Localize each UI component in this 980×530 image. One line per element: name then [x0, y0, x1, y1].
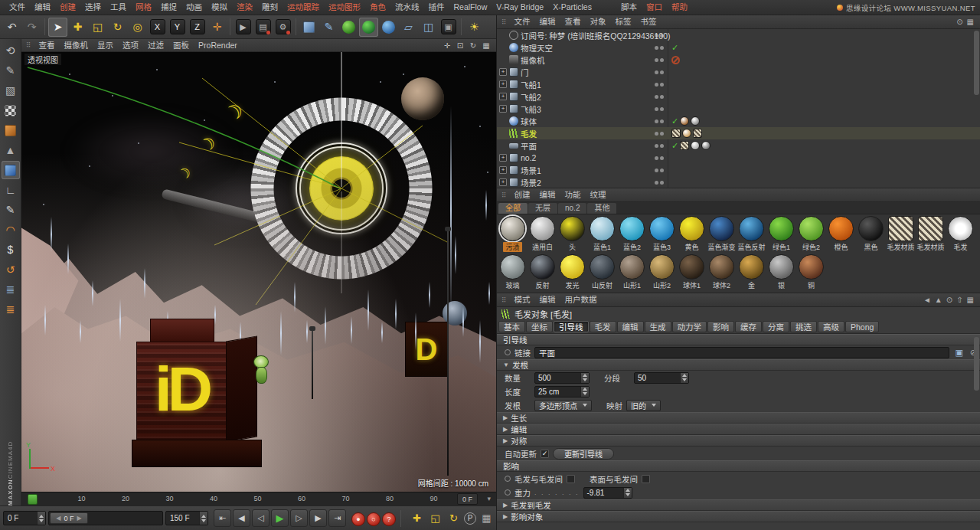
- am-tab-引导线[interactable]: 引导线: [554, 321, 589, 332]
- gravity-spinner-icon[interactable]: [623, 488, 632, 498]
- menu-雕刻[interactable]: 雕刻: [257, 0, 283, 15]
- expand-toggle-icon[interactable]: +: [499, 154, 507, 162]
- mm-tab-no.2[interactable]: no.2: [558, 203, 586, 214]
- ammenu-模式[interactable]: 模式: [510, 293, 535, 306]
- enabled-check-icon[interactable]: ✓: [671, 43, 678, 53]
- group-roots[interactable]: ▼发根: [497, 359, 980, 371]
- render-settings-icon[interactable]: ⚙: [273, 18, 292, 37]
- group-forces-objects[interactable]: ▶影响对象: [497, 511, 980, 522]
- am-tab-坐标[interactable]: 坐标: [526, 321, 553, 332]
- material-item[interactable]: 球体2: [707, 254, 737, 293]
- material-item[interactable]: 绿色2: [796, 216, 826, 254]
- spline-pen-icon[interactable]: ✎: [2, 201, 20, 219]
- timeline-ruler[interactable]: 0 F ▾ 0102030405060708090: [21, 492, 496, 505]
- object-row[interactable]: +飞船3: [497, 103, 980, 115]
- material-tag[interactable]: [682, 129, 691, 138]
- vpmenu-摄像机[interactable]: 摄像机: [60, 39, 93, 51]
- floor-icon[interactable]: ▱: [399, 18, 418, 37]
- menu-窗口[interactable]: 窗口: [642, 0, 667, 15]
- layer-orange-icon[interactable]: ≣: [2, 300, 20, 319]
- ruler-options-icon[interactable]: ▾: [487, 495, 491, 502]
- add-sphere-icon[interactable]: [379, 18, 398, 37]
- auto-update-checkbox[interactable]: [541, 450, 549, 458]
- segments-spinner-icon[interactable]: [680, 373, 688, 383]
- slider-left-arrow-icon[interactable]: ◀: [56, 515, 60, 522]
- material-item[interactable]: 发光: [557, 254, 587, 293]
- prev-frame-button[interactable]: ◁: [252, 509, 270, 527]
- scale-icon[interactable]: ◱: [88, 18, 107, 37]
- am-tab-编辑[interactable]: 编辑: [617, 321, 644, 332]
- ommenu-书签[interactable]: 书签: [636, 15, 662, 28]
- material-item[interactable]: 通用白: [528, 216, 557, 254]
- current-frame-field[interactable]: 0 F: [3, 511, 46, 525]
- menu-动画[interactable]: 动画: [181, 0, 207, 15]
- material-item[interactable]: 绿色1: [766, 216, 796, 254]
- expand-toggle-icon[interactable]: +: [499, 80, 507, 88]
- pen-icon[interactable]: ✎: [319, 18, 338, 37]
- layer-blue-icon[interactable]: ≣: [2, 280, 20, 299]
- material-item[interactable]: 山反射: [587, 254, 617, 293]
- group-edit[interactable]: ▶编辑: [497, 424, 980, 435]
- expand-toggle-icon[interactable]: +: [499, 166, 507, 174]
- menu-角色[interactable]: 角色: [365, 0, 390, 15]
- am-header-icon-2[interactable]: ⊙: [946, 296, 952, 304]
- add-cube-icon[interactable]: [299, 18, 318, 37]
- viewport-nav-icon-3[interactable]: ▦: [481, 41, 492, 50]
- record-keyframe-button[interactable]: ●: [351, 512, 365, 526]
- visibility-dots[interactable]: [655, 181, 664, 185]
- record-autokey-button[interactable]: ○: [367, 512, 381, 526]
- am-header-icon-1[interactable]: ▲: [935, 296, 942, 304]
- visibility-dots[interactable]: [655, 70, 664, 74]
- group-hair-to-hair[interactable]: ▶毛发到毛发: [497, 499, 980, 511]
- anim-dot-icon[interactable]: [505, 489, 511, 496]
- vpmenu-面板[interactable]: 面板: [168, 39, 194, 51]
- gravity-field[interactable]: -9.81: [583, 487, 632, 499]
- anim-dot-icon[interactable]: [505, 349, 511, 355]
- redo-icon[interactable]: ↷: [22, 18, 41, 37]
- material-item[interactable]: 球体1: [677, 254, 707, 293]
- object-row[interactable]: 订阅号: 种梦 (培训班报名QQ2129436100): [497, 29, 980, 41]
- goto-end-button[interactable]: ⇥: [328, 509, 346, 527]
- coord-system-icon[interactable]: ✛: [207, 18, 227, 37]
- am-tab-基本[interactable]: 基本: [498, 321, 525, 332]
- anim-dot-icon[interactable]: [505, 476, 511, 482]
- expand-toggle-icon[interactable]: +: [499, 68, 507, 76]
- material-item[interactable]: 蓝色渐变: [707, 216, 737, 254]
- menu-选择[interactable]: 选择: [80, 0, 106, 15]
- am-tab-分离[interactable]: 分离: [763, 321, 789, 332]
- menu-插件[interactable]: 插件: [424, 0, 449, 15]
- texture-mode-icon[interactable]: [2, 101, 20, 119]
- record-options-button[interactable]: ?: [382, 512, 396, 526]
- object-row[interactable]: 平面✓: [497, 139, 980, 152]
- object-row[interactable]: 毛发: [497, 127, 980, 139]
- key-parameter-icon[interactable]: P: [464, 512, 476, 525]
- visibility-dots[interactable]: [655, 46, 664, 50]
- object-row[interactable]: 球体✓: [497, 115, 980, 127]
- material-item[interactable]: 山形1: [617, 254, 647, 293]
- update-guides-button[interactable]: 更新引导线: [553, 448, 614, 460]
- ommenu-标签[interactable]: 标签: [611, 15, 636, 28]
- om-header-icon-1[interactable]: ▦: [967, 18, 974, 26]
- material-item[interactable]: 橙色: [826, 216, 856, 254]
- am-tab-影响[interactable]: 影响: [707, 321, 734, 332]
- axis-z-lock-icon[interactable]: Z: [188, 18, 207, 37]
- mmmenu-编辑[interactable]: 编辑: [535, 188, 560, 201]
- menu-脚本[interactable]: 脚本: [616, 0, 642, 15]
- menu-帮助[interactable]: 帮助: [667, 0, 692, 15]
- prev-key-button[interactable]: ◀: [233, 509, 250, 527]
- next-key-button[interactable]: ▶: [309, 509, 327, 527]
- mm-tab-无层[interactable]: 无层: [528, 203, 557, 214]
- mmmenu-创建[interactable]: 创建: [510, 188, 535, 201]
- enabled-check-icon[interactable]: ✓: [671, 116, 678, 126]
- material-item[interactable]: 黑色: [856, 216, 886, 254]
- material-tag[interactable]: [691, 116, 700, 126]
- live-selection-icon[interactable]: ➤: [48, 18, 67, 37]
- frame-spinner-icon[interactable]: [37, 512, 45, 525]
- key-rotation-icon[interactable]: ↻: [446, 510, 462, 526]
- material-tag[interactable]: [691, 141, 700, 150]
- vpmenu-ProRender[interactable]: ProRender: [194, 39, 242, 51]
- slider-right-arrow-icon[interactable]: ▶: [77, 515, 82, 522]
- am-tab-生成[interactable]: 生成: [645, 321, 671, 332]
- disabled-icon[interactable]: [671, 56, 680, 64]
- viewport-nav-icon-2[interactable]: ↻: [468, 41, 479, 50]
